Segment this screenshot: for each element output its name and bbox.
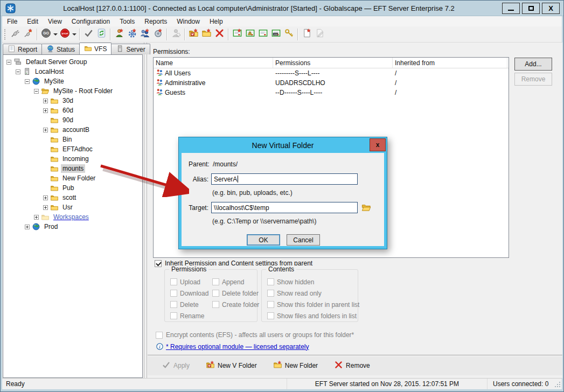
menu-view[interactable]: View (43, 17, 67, 26)
target-input[interactable]: \\localhost\C$\temp (211, 202, 358, 213)
new-folder-action-button[interactable]: New Folder (273, 360, 318, 371)
browse-folder-button[interactable] (361, 202, 372, 213)
new-group-toolbar-button[interactable] (138, 28, 151, 41)
menu-help[interactable]: Help (205, 17, 228, 26)
panel-splitter[interactable] (144, 43, 147, 378)
certificate-toolbar-button[interactable] (256, 28, 269, 41)
perm-create-folder-checkbox[interactable] (212, 301, 219, 308)
tree-item-pub[interactable]: Pub (3, 183, 142, 193)
tree-item-workspaces[interactable]: Workspaces (3, 212, 142, 222)
perm-delete-checkbox[interactable] (170, 301, 177, 308)
ok-button[interactable]: OK (247, 234, 280, 246)
encrypt-efs-checkbox[interactable] (156, 332, 163, 339)
inherit-settings-checkbox[interactable] (155, 260, 162, 267)
column-header-permissions[interactable]: Permissions (273, 58, 393, 68)
tree-item-new-folder[interactable]: New Folder (3, 173, 142, 183)
tree-item-scott[interactable]: scott (3, 193, 142, 202)
tree-item-60d[interactable]: 60d (3, 106, 142, 115)
tree-item-30d[interactable]: 30d (3, 96, 142, 106)
new-folder-toolbar-button[interactable] (200, 28, 213, 41)
apply-action-button[interactable]: Apply (162, 360, 190, 371)
content-show-this-folder-in-parent-list-checkbox[interactable] (267, 301, 274, 308)
tree-item-90d[interactable]: 90d (3, 115, 142, 125)
tree-expander-plus[interactable] (43, 205, 48, 210)
menu-window[interactable]: Window (172, 17, 205, 26)
user-settings-toolbar-button[interactable] (169, 28, 182, 41)
permission-row-guests[interactable]: Guests--D------S----L----/ (154, 88, 509, 97)
menu-file[interactable]: File (2, 17, 22, 26)
apply-check-toolbar-button[interactable] (82, 28, 95, 41)
perm-delete-folder-checkbox[interactable] (212, 290, 219, 297)
tree-item-accountb[interactable]: accountB (3, 125, 142, 135)
tab-server[interactable]: Server (111, 44, 150, 54)
certificate-warning-toolbar-button[interactable] (243, 28, 256, 41)
perm-download-checkbox[interactable] (170, 290, 177, 297)
new-user-toolbar-button[interactable] (113, 28, 126, 41)
tree-expander-plus[interactable] (34, 215, 39, 220)
tree-expander-minus[interactable] (16, 69, 20, 74)
cancel-button[interactable]: Cancel (287, 234, 320, 246)
connect-toolbar-button[interactable] (9, 28, 22, 41)
permission-row-administrative[interactable]: AdministrativeUDADRSCDLHO/ (154, 78, 509, 88)
toolbar-grip[interactable] (4, 29, 6, 40)
content-show-read-only-checkbox[interactable] (267, 290, 274, 297)
remove-action-button[interactable]: Remove (334, 360, 370, 371)
refresh-toolbar-button[interactable] (95, 28, 108, 41)
close-button[interactable]: X (542, 3, 560, 14)
alias-input[interactable]: ServerA (211, 173, 358, 185)
dialog-close-button[interactable]: x (370, 138, 386, 151)
tree-item-usr[interactable]: Usr (3, 202, 142, 212)
tree-item-eftadhoc[interactable]: EFTAdhoc (3, 144, 142, 154)
new-settings-toolbar-button[interactable] (126, 28, 138, 41)
tree-item-prod[interactable]: Prod (3, 222, 142, 232)
tree-item-default-server-group[interactable]: Default Server Group (3, 57, 142, 67)
content-show-hidden-checkbox[interactable] (267, 278, 274, 285)
tree-expander-plus[interactable] (43, 195, 48, 200)
go-dropdown[interactable] (52, 28, 58, 41)
menu-edit[interactable]: Edit (22, 17, 43, 26)
go-button-toolbar-button[interactable]: GO (39, 28, 52, 41)
maximize-button[interactable] (522, 3, 540, 14)
delete-toolbar-button[interactable] (213, 28, 226, 41)
tree-item-bin[interactable]: Bin (3, 135, 142, 144)
menu-reports[interactable]: Reports (140, 17, 172, 26)
tree-item-localhost[interactable]: LocalHost (3, 67, 142, 76)
tree-expander-minus[interactable] (34, 89, 39, 94)
column-header-inherited-from[interactable]: Inherited from (393, 58, 507, 68)
stop-dropdown[interactable] (71, 28, 77, 41)
edit-document-toolbar-button[interactable] (313, 28, 326, 41)
remove-button[interactable]: Remove (514, 73, 552, 86)
tree-expander-plus[interactable] (43, 99, 48, 103)
tree-expander-plus[interactable] (43, 108, 48, 113)
tree-item-mysite[interactable]: MySite (3, 76, 142, 86)
menu-tools[interactable]: Tools (115, 17, 140, 26)
tab-vfs[interactable]: VFS (79, 43, 112, 54)
ssh-certificate-toolbar-button[interactable]: SSH (269, 28, 282, 41)
perm-append-checkbox[interactable] (212, 278, 219, 285)
permission-row-all-users[interactable]: All Users---------S----L----/ (154, 68, 509, 78)
resize-grip[interactable] (553, 379, 562, 389)
tree-expander-plus[interactable] (25, 225, 30, 229)
column-header-name[interactable]: Name (154, 58, 273, 68)
tree-expander-plus[interactable] (43, 128, 48, 132)
perm-upload-checkbox[interactable] (170, 278, 177, 285)
new-v-folder-action-button[interactable]: New V Folder (206, 360, 257, 371)
tree-expander-minus[interactable] (25, 79, 30, 84)
add-button[interactable]: Add... (514, 58, 552, 71)
new-template-toolbar-button[interactable] (151, 28, 164, 41)
new-certificate-toolbar-button[interactable] (231, 28, 243, 41)
menu-configuration[interactable]: Configuration (67, 17, 115, 26)
perm-rename-checkbox[interactable] (170, 312, 177, 319)
stop-button-toolbar-button[interactable]: STOP (58, 28, 71, 41)
minimize-button[interactable] (502, 3, 520, 14)
new-virtual-folder-toolbar-button[interactable] (187, 28, 200, 41)
new-document-toolbar-button[interactable] (300, 28, 313, 41)
tab-report[interactable]: Report (3, 44, 42, 54)
content-show-files-and-folders-in-list-checkbox[interactable] (267, 312, 274, 319)
tree-expander-minus[interactable] (6, 60, 11, 65)
connect-new-toolbar-button[interactable] (22, 28, 34, 41)
tree-item-incoming[interactable]: Incoming (3, 154, 142, 164)
tree-item-mounts[interactable]: mounts (3, 164, 142, 173)
tree-item-mysite-root-folder[interactable]: MySite - Root Folder (3, 86, 142, 96)
keys-toolbar-button[interactable] (282, 28, 295, 41)
